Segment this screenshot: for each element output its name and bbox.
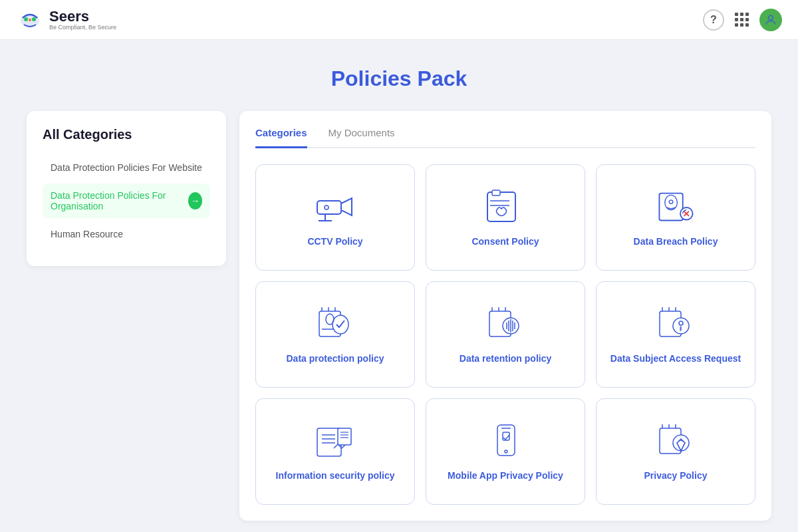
grid-dot	[735, 18, 738, 21]
svg-rect-11	[492, 190, 500, 196]
privacy-icon	[652, 422, 699, 462]
sidebar: All Categories Data Protection Policies …	[27, 111, 226, 266]
svg-point-2	[32, 17, 36, 21]
svg-rect-5	[317, 201, 341, 214]
mobile-icon	[482, 422, 529, 462]
policy-card-security[interactable]: Information security policy	[255, 398, 415, 505]
svg-point-59	[673, 435, 689, 451]
logo-sub: Be Compliant, Be Secure	[49, 24, 116, 31]
help-button[interactable]: ?	[703, 9, 724, 31]
retention-icon	[482, 305, 529, 344]
arrow-icon: →	[188, 192, 202, 209]
policy-card-retention[interactable]: Data retention policy	[426, 281, 585, 388]
grid-dot	[740, 18, 743, 21]
svg-point-53	[505, 450, 507, 453]
page-title: Policies Pack	[27, 66, 771, 91]
tab-documents[interactable]: My Documents	[329, 127, 395, 148]
policy-name-protection: Data protection policy	[286, 352, 384, 364]
policy-card-protection[interactable]: Data protection policy	[255, 281, 415, 388]
svg-point-3	[29, 19, 31, 21]
apps-button[interactable]	[735, 13, 749, 27]
main-content: Policies Pack All Categories Data Protec…	[0, 40, 798, 532]
policy-card-consent[interactable]: Consent Policy	[426, 164, 585, 271]
security-icon	[312, 422, 358, 462]
cctv-icon	[312, 188, 358, 227]
logo-text: Seers Be Compliant, Be Secure	[49, 9, 116, 31]
svg-rect-10	[487, 192, 515, 221]
grid-dot	[735, 23, 738, 27]
svg-marker-6	[341, 198, 352, 215]
svg-rect-14	[659, 194, 682, 221]
policy-name-access: Data Subject Access Request	[610, 352, 741, 364]
policy-name-privacy: Privacy Policy	[644, 469, 708, 481]
grid-dot	[740, 13, 743, 16]
policy-name-mobile: Mobile App Privacy Policy	[448, 469, 563, 481]
grid-dot	[740, 23, 743, 27]
policy-name-cctv: CCTV Policy	[307, 235, 362, 247]
policy-grid: CCTV Policy Consent Poli	[255, 164, 755, 505]
policy-card-privacy[interactable]: Privacy Policy	[596, 398, 755, 505]
access-icon: i	[652, 305, 699, 344]
policy-name-security: Information security policy	[276, 469, 395, 481]
policy-name-retention: Data retention policy	[460, 352, 551, 364]
grid-dot	[745, 23, 749, 27]
protection-icon	[312, 305, 358, 344]
policy-card-cctv[interactable]: CCTV Policy	[255, 164, 415, 271]
logo-icon	[16, 6, 44, 34]
sidebar-item-hr[interactable]: Human Resource	[43, 222, 210, 246]
policy-name-breach: Data Breach Policy	[634, 235, 718, 247]
svg-point-9	[325, 205, 329, 209]
svg-rect-47	[338, 428, 351, 445]
header-actions: ?	[703, 9, 782, 31]
header: Seers Be Compliant, Be Secure ?	[0, 0, 798, 40]
grid-dot	[745, 13, 749, 16]
policy-card-mobile[interactable]: Mobile App Privacy Policy	[426, 398, 585, 505]
policy-card-access[interactable]: i Data Subject Access Request	[596, 281, 755, 388]
svg-point-4	[769, 15, 773, 20]
user-avatar[interactable]	[759, 9, 782, 31]
logo-title: Seers	[49, 9, 116, 24]
grid-dot	[745, 18, 749, 21]
sidebar-item-organisation[interactable]: Data Protection Policies For Organisatio…	[43, 184, 210, 218]
svg-point-23	[326, 314, 334, 325]
svg-point-16	[669, 200, 673, 204]
svg-point-1	[24, 17, 28, 21]
sidebar-item-website[interactable]: Data Protection Policies For Website	[43, 156, 210, 180]
content-area: All Categories Data Protection Policies …	[27, 111, 771, 521]
tabs: Categories My Documents	[255, 127, 755, 148]
logo: Seers Be Compliant, Be Secure	[16, 6, 116, 34]
sidebar-heading: All Categories	[43, 127, 210, 142]
policy-name-consent: Consent Policy	[471, 235, 539, 247]
policy-card-breach[interactable]: Data Breach Policy	[596, 164, 755, 271]
breach-icon	[652, 188, 699, 227]
tab-categories[interactable]: Categories	[255, 127, 307, 148]
consent-icon	[482, 188, 529, 227]
grid-dot	[735, 13, 738, 16]
right-panel: Categories My Documents	[239, 111, 771, 521]
